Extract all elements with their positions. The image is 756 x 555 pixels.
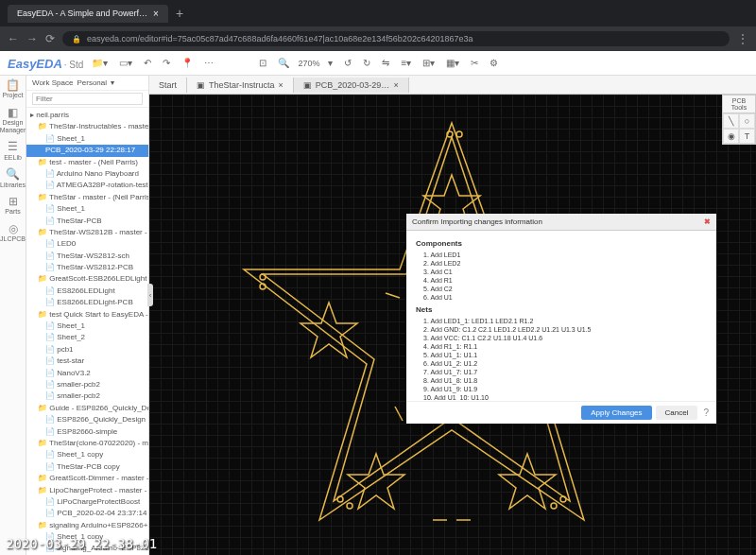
workspace-scope[interactable]: Personal <box>77 78 107 87</box>
close-icon[interactable]: × <box>279 80 284 90</box>
import-changes-dialog: Confirm Importing changes information ✖ … <box>406 214 716 424</box>
tree-item[interactable]: 📄 TheStar-PCB <box>26 216 148 227</box>
tree-item[interactable]: 📄 LED0 <box>26 238 148 250</box>
document-tab[interactable]: ▣ PCB_2020-03-29… × <box>294 78 409 93</box>
pcb-tools-panel: PCB Tools ╲ ○ ◉ T <box>722 95 756 145</box>
rail-project[interactable]: 📋Project <box>3 79 24 99</box>
apply-changes-button[interactable]: Apply Changes <box>581 406 651 420</box>
tree-item[interactable]: 📁 GreatScott-ESB266LEDLight - mas <box>26 273 148 285</box>
flip-h-icon[interactable]: ⇋ <box>379 58 392 68</box>
tree-item[interactable]: 📁 TheStar(clone-07022020) - master <box>26 438 148 449</box>
tree-item[interactable]: 📄 ES8266LEDLight <box>26 286 148 297</box>
tree-item[interactable]: 📄 ESP8266_Quickly_Design <box>26 414 148 425</box>
tree-item[interactable]: 📁 TheStar-WS2812B - master - (N <box>26 227 148 238</box>
help-icon[interactable]: ? <box>701 406 711 420</box>
tree-item[interactable]: 📄 ES8266LEDLight-PCB <box>26 297 148 308</box>
url-input[interactable]: 🔒 easyeda.com/editor#id=75ac05c87ad47c68… <box>62 31 730 46</box>
tree-item[interactable]: 📄 ESP82660-simple <box>26 426 148 438</box>
tab-doc-icon: ▣ <box>303 80 312 90</box>
svg-line-12 <box>386 293 400 298</box>
tree-item[interactable]: 📄 Sheet_1 <box>26 203 148 215</box>
svg-point-7 <box>347 503 352 509</box>
back-icon[interactable]: ← <box>8 32 19 45</box>
document-tab[interactable]: Start <box>149 78 187 93</box>
close-icon[interactable]: × <box>393 80 398 90</box>
tree-item[interactable]: 📄 test-star <box>26 356 148 367</box>
tree-item[interactable]: 📄 smaller-pcb2 <box>26 379 148 390</box>
tree-item[interactable]: 📄 TheStar-PCB copy <box>26 461 148 473</box>
align-icon[interactable]: ≡▾ <box>398 58 414 68</box>
dialog-title: Confirm Importing changes information <box>412 217 542 226</box>
rail-libraries[interactable]: 🔍Libraries <box>0 168 26 188</box>
zoom-value[interactable]: 270% <box>298 59 319 68</box>
tree-item[interactable]: 📁 GreatScott-Dimmer - master - (Ne <box>26 473 148 484</box>
settings-icon[interactable]: ⚙ <box>487 58 501 68</box>
distribute-icon[interactable]: ⊞▾ <box>420 58 438 68</box>
tab-title: EasyEDA - A Simple and Powerf… <box>17 9 147 18</box>
tree-item[interactable]: 📄 Sheet_1 <box>26 321 148 332</box>
tree-item[interactable]: 📄 Sheet_1 <box>26 133 148 145</box>
dialog-close-icon[interactable]: ✖ <box>704 217 711 226</box>
rail-design-manager[interactable]: ◧Design Manager <box>0 107 26 134</box>
component-item: 4. Add R1 <box>416 276 707 285</box>
share-icon[interactable]: ✂ <box>468 58 481 68</box>
tree-item[interactable]: 📄 TheStar-WS2812-PCB <box>26 262 148 273</box>
browser-tab[interactable]: EasyEDA - A Simple and Powerf… × <box>8 5 168 23</box>
zoom-icon[interactable]: 🔍 <box>275 58 292 68</box>
net-item: 4. Add R1_1: R1.1 <box>416 342 707 351</box>
app-toolbar: EasyEDA· Std 📁▾ ▭▾ ↶ ↷ 📍 ⋯ ⊡ 🔍 270% ▾ ↺ … <box>0 51 756 76</box>
reload-icon[interactable]: ⟳ <box>45 32 55 45</box>
tree-item[interactable]: 📁 TheStar - master - (Neil Parris) <box>26 192 148 203</box>
rail-jlcpcb[interactable]: ◎JLCPCB <box>0 223 26 243</box>
tab-close-icon[interactable]: × <box>153 9 159 19</box>
more-icon[interactable]: ⋯ <box>201 58 216 68</box>
tree-item[interactable]: 📄 LiPoChargeProtectBoost <box>26 496 148 508</box>
cancel-button[interactable]: Cancel <box>656 406 698 420</box>
tree-item[interactable]: 📄 pcb1 <box>26 344 148 356</box>
redo-icon[interactable]: ↷ <box>160 58 173 68</box>
filter-input[interactable] <box>32 93 143 105</box>
tree-item[interactable]: 📁 signaling Arduino+ESP8266+SIM8 <box>26 520 148 531</box>
rail-parts[interactable]: ⊞Parts <box>5 196 20 216</box>
zoom-fit-icon[interactable]: ⊡ <box>256 58 269 68</box>
new-tab-button[interactable]: + <box>176 6 183 21</box>
menu-icon[interactable]: ⋮ <box>737 32 748 45</box>
component-item: 6. Add U1 <box>416 293 707 302</box>
rail-eelib[interactable]: ☰EELib <box>4 141 22 161</box>
lock-icon: 🔒 <box>72 35 81 43</box>
tree-item[interactable]: 📄 Sheet_1 copy <box>26 449 148 460</box>
forward-icon[interactable]: → <box>26 32 38 45</box>
component-item: 3. Add C1 <box>416 268 707 276</box>
tree-item[interactable]: 📄 ATMEGA328P-rotation-test <box>26 180 148 191</box>
tool-text[interactable]: T <box>739 129 755 144</box>
tab-doc-icon: ▣ <box>197 80 205 90</box>
net-item: 2. Add GND: C1.2 C2.1 LED1.2 LED2.2 U1.2… <box>416 325 707 334</box>
file-menu-icon[interactable]: 📁▾ <box>89 58 111 68</box>
tree-item[interactable]: 📁 TheStar-Instructables - master - (N <box>26 121 148 132</box>
layer-icon[interactable]: ▦▾ <box>443 58 462 68</box>
tree-item[interactable]: 📄 NanoV3.2 <box>26 368 148 379</box>
chevron-down-icon[interactable]: ▾ <box>325 58 335 68</box>
undo-icon[interactable]: ↶ <box>141 58 154 68</box>
tree-item[interactable]: 📄 Arduino Nano Playboard <box>26 168 148 180</box>
rotate-left-icon[interactable]: ↺ <box>341 58 354 68</box>
tree-item[interactable]: PCB_2020-03-29 22:28:17 <box>26 145 148 156</box>
tree-user[interactable]: ▸ neil.parris <box>26 110 148 121</box>
tree-item[interactable]: 📁 Guide - ESP8266_Quickly_Design <box>26 403 148 414</box>
tool-pad[interactable]: ○ <box>739 113 755 129</box>
rotate-right-icon[interactable]: ↻ <box>360 58 373 68</box>
tree-item[interactable]: 📄 PCB_2020-02-04 23:37:14 <box>26 508 148 519</box>
tree-item[interactable]: 📄 smaller-pcb2 <box>26 390 148 402</box>
tree-item[interactable]: 📄 TheStar-WS2812-sch <box>26 251 148 262</box>
folder-icon[interactable]: ▭▾ <box>116 58 135 68</box>
tree-item[interactable]: 📄 Sheet_2 <box>26 332 148 343</box>
tool-track[interactable]: ╲ <box>723 113 739 129</box>
tree-item[interactable]: 📁 test - master - (Neil Parris) <box>26 157 148 168</box>
pin-icon[interactable]: 📍 <box>179 58 196 68</box>
tool-via[interactable]: ◉ <box>723 129 739 144</box>
document-tab[interactable]: ▣ TheStar-Instructa × <box>187 78 294 93</box>
nets-heading: Nets <box>416 305 707 314</box>
tree-item[interactable]: 📁 test Quick Start to EasyEDA - mas <box>26 309 148 321</box>
tree-item[interactable]: 📁 LipoChargeProtect - master - (Nei <box>26 485 148 496</box>
sidebar-collapse-handle[interactable]: ‹ <box>147 284 153 306</box>
